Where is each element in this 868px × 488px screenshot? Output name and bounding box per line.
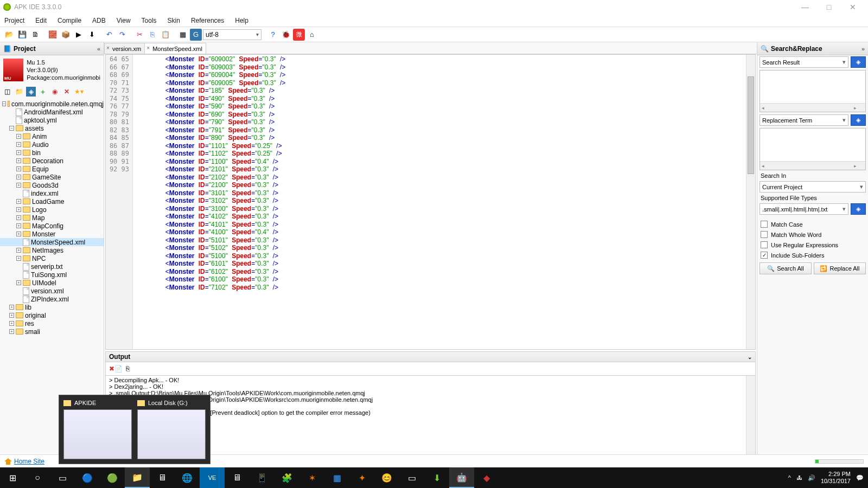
tree-node[interactable]: TuiSong.xml <box>0 271 104 279</box>
tree-node[interactable]: +LoadGame <box>0 197 104 206</box>
taskbar-clock[interactable]: 2:29 PM 10/31/2017 <box>821 471 851 485</box>
expand-icon[interactable]: + <box>16 166 21 171</box>
tree-node[interactable]: ZIPIndex.xml <box>0 295 104 303</box>
task-app-9[interactable]: ✦ <box>349 467 374 488</box>
collapse-search-icon[interactable]: » <box>861 46 865 52</box>
copy-icon[interactable]: ⎘ <box>146 29 158 41</box>
pt-add-icon[interactable]: ＋ <box>38 87 48 97</box>
close-tab-icon[interactable]: × <box>146 45 150 51</box>
task-app-5[interactable]: 📱 <box>250 467 275 488</box>
home-site-icon[interactable] <box>4 458 12 465</box>
tree-node[interactable]: +res <box>0 319 104 328</box>
tray-volume-icon[interactable]: 🔊 <box>808 474 815 481</box>
tree-node[interactable]: +GameSite <box>0 173 104 181</box>
expand-icon[interactable]: + <box>16 232 21 236</box>
expand-icon[interactable]: + <box>16 158 21 163</box>
file-types-select[interactable]: .smali|.xml|.html|.htm|.txt <box>760 203 848 215</box>
task-app-2[interactable]: 🖥 <box>150 467 175 488</box>
menu-edit[interactable]: Edit <box>35 17 47 24</box>
start-button[interactable]: ⊞ <box>0 467 25 488</box>
scrollbar-h[interactable] <box>760 161 865 170</box>
task-app-4[interactable]: 🖥 <box>225 467 250 488</box>
file-types-button[interactable]: ◈ <box>851 203 866 215</box>
search-result-select[interactable]: Search Result <box>760 56 848 68</box>
replace-go-button[interactable]: ◈ <box>851 114 866 126</box>
preview-localdisk[interactable]: Local Disk (G:) <box>137 400 206 459</box>
tree-node[interactable]: −com.muoriginmobile.neten.qmqj <box>0 100 104 108</box>
home-icon[interactable]: ⌂ <box>306 29 318 41</box>
menu-project[interactable]: Project <box>4 17 24 24</box>
expand-icon[interactable]: + <box>16 134 21 139</box>
expand-icon[interactable]: + <box>9 329 14 334</box>
menu-compile[interactable]: Compile <box>58 17 81 24</box>
tree-node[interactable]: +smali <box>0 328 104 336</box>
tree-node[interactable]: +original <box>0 311 104 319</box>
tree-node[interactable]: MonsterSpeed.xml <box>0 238 104 246</box>
match-case-checkbox[interactable]: Match Case <box>757 219 868 229</box>
pt-delete-icon[interactable]: ✕ <box>62 87 72 97</box>
task-app-1[interactable]: 🔵 <box>75 467 100 488</box>
weibo-icon[interactable]: 微 <box>293 29 305 41</box>
tree-node[interactable]: +Logo <box>0 206 104 214</box>
run-icon[interactable]: ▶ <box>73 29 85 41</box>
collapse-icon[interactable]: − <box>2 101 6 106</box>
maximize-button[interactable]: □ <box>817 0 841 14</box>
tree-node[interactable]: +Goods3d <box>0 181 104 189</box>
expand-icon[interactable]: + <box>16 183 21 188</box>
encoding-select[interactable]: utf-8 <box>203 29 261 40</box>
output-copy-icon[interactable]: ⎘ <box>126 365 130 373</box>
tree-node[interactable]: +Decoration <box>0 157 104 165</box>
cortana-icon[interactable]: ○ <box>25 467 50 488</box>
expand-icon[interactable]: + <box>16 215 21 220</box>
scrollbar-h[interactable] <box>760 103 865 112</box>
search-result-box[interactable] <box>760 70 866 112</box>
search-go-button[interactable]: ◈ <box>851 56 866 68</box>
paste-icon[interactable]: 📋 <box>159 29 171 41</box>
search-in-select[interactable]: Current Project <box>760 181 866 192</box>
task-app-6[interactable]: 🧩 <box>275 467 299 488</box>
editor-scrollbar[interactable] <box>746 55 755 349</box>
regex-checkbox[interactable]: Use Regular Expressions <box>757 240 868 250</box>
expand-icon[interactable]: + <box>9 321 14 326</box>
tree-node[interactable]: −assets <box>0 124 104 132</box>
tray-network-icon[interactable]: 🖧 <box>796 474 802 481</box>
expand-icon[interactable]: + <box>16 207 21 212</box>
subfolders-checkbox[interactable]: ✓Include Sub-Folders <box>757 250 868 260</box>
menu-adb[interactable]: ADB <box>92 17 106 24</box>
expand-icon[interactable]: + <box>9 305 14 310</box>
task-android[interactable]: 🤖 <box>449 467 474 488</box>
pt-icon-3[interactable]: ◈ <box>26 87 36 97</box>
cut-icon[interactable]: ✂ <box>133 29 145 41</box>
menu-skin[interactable]: Skin <box>168 17 180 24</box>
editor-tab[interactable]: ×version.xm <box>104 43 145 54</box>
task-app-3[interactable]: 🌐 <box>175 467 200 488</box>
tree-node[interactable]: index.xml <box>0 189 104 197</box>
tree-node[interactable]: +UIModel <box>0 279 104 287</box>
tree-node[interactable]: serverip.txt <box>0 262 104 271</box>
tree-node[interactable]: +Monster <box>0 230 104 238</box>
menu-help[interactable]: Help <box>235 17 248 24</box>
pt-star-icon[interactable]: ★▾ <box>74 87 84 97</box>
expand-icon[interactable]: + <box>16 150 21 155</box>
expand-icon[interactable]: + <box>16 199 21 204</box>
tree-node[interactable]: AndroidManifest.xml <box>0 108 104 116</box>
open-file-icon[interactable]: 📂 <box>3 29 15 41</box>
tree-node[interactable]: +Equip <box>0 165 104 173</box>
tree-node[interactable]: +MapConfig <box>0 222 104 230</box>
expand-icon[interactable]: + <box>16 248 21 253</box>
tree-node[interactable]: apktool.yml <box>0 116 104 124</box>
undo-icon[interactable]: ↶ <box>103 29 115 41</box>
tree-node[interactable]: +Audio <box>0 140 104 149</box>
tool2-icon[interactable]: G <box>190 29 202 41</box>
help-icon[interactable]: ? <box>267 29 279 41</box>
task-dota[interactable]: ◆ <box>474 467 499 488</box>
redo-icon[interactable]: ↷ <box>116 29 128 41</box>
tree-node[interactable]: +NPC <box>0 254 104 262</box>
bug-icon[interactable]: 🐞 <box>280 29 292 41</box>
task-app-12[interactable]: ⬇ <box>424 467 449 488</box>
code-content[interactable]: <Monster ID="609002" Speed="0.3" /> <Mon… <box>133 55 746 349</box>
task-app-8[interactable]: ▦ <box>324 467 349 488</box>
tray-up-icon[interactable]: ^ <box>788 474 791 481</box>
tree-node[interactable]: +Anim <box>0 132 104 140</box>
expand-icon[interactable]: + <box>16 256 21 261</box>
